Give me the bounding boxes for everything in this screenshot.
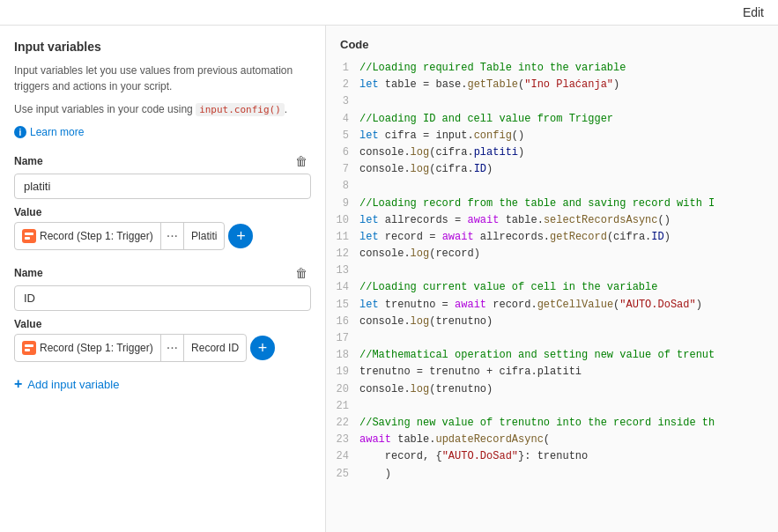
code-line: 4//Loading ID and cell value from Trigge… [326, 111, 778, 128]
svg-rect-3 [22, 341, 36, 355]
line-number: 21 [333, 398, 359, 415]
line-number: 11 [333, 229, 359, 246]
code-line: 20console.log(trenutno) [326, 381, 778, 398]
code-line: 3 [326, 93, 778, 110]
code-snippet: input.config() [196, 103, 285, 116]
value-chip-1: Record (Step 1: Trigger) ··· Platiti [14, 222, 225, 250]
name-row-1: Name 🗑 [14, 152, 311, 170]
code-line: 2let table = base.getTable("Ino Plaćanja… [326, 77, 778, 93]
left-panel: Input variables Input variables let you … [0, 26, 326, 532]
line-number: 15 [333, 297, 359, 314]
line-number: 2 [333, 77, 359, 93]
line-number: 7 [333, 161, 359, 178]
line-number: 3 [333, 93, 359, 110]
code-header: Code [326, 33, 778, 60]
line-content: console.log(cifra.platiti) [359, 144, 524, 161]
add-chip-2-button[interactable]: + [250, 336, 275, 360]
line-content: let record = await allrecords.getRecord(… [359, 229, 671, 246]
chip-main-2[interactable]: Record (Step 1: Trigger) [15, 335, 160, 361]
svg-rect-0 [22, 229, 36, 243]
code-line: 11let record = await allrecords.getRecor… [326, 229, 778, 246]
panel-title: Input variables [14, 40, 311, 54]
line-content: let trenutno = await record.getCellValue… [359, 297, 702, 314]
chip-main-text-2: Record (Step 1: Trigger) [40, 342, 153, 354]
variable-block-2: Name 🗑 Value Record (Step 1: Trigger) ·· [14, 264, 311, 362]
line-number: 5 [333, 128, 359, 144]
svg-rect-4 [25, 344, 33, 347]
code-line: 1//Loading required Table into the varia… [326, 60, 778, 77]
code-line: 17 [326, 330, 778, 347]
variable-name-1-input[interactable] [14, 174, 311, 199]
line-number: 10 [333, 212, 359, 229]
code-line: 25 ) [326, 466, 778, 483]
code-line: 10let allrecords = await table.selectRec… [326, 212, 778, 229]
svg-rect-2 [25, 237, 30, 240]
code-line: 16console.log(trenutno) [326, 314, 778, 330]
learn-more-link[interactable]: i Learn more [14, 126, 84, 138]
code-line: 23await table.updateRecordAsync( [326, 432, 778, 448]
line-content: let table = base.getTable("Ino Plaćanja"… [359, 77, 619, 93]
value-label-2: Value [14, 318, 311, 330]
svg-rect-5 [25, 349, 30, 351]
chip-dots-2[interactable]: ··· [160, 335, 183, 361]
code-line: 13 [326, 262, 778, 279]
chip-dots-1[interactable]: ··· [160, 223, 183, 249]
code-line: 24 record, {"AUTO.DoSad"}: trenutno [326, 448, 778, 465]
line-content: //Saving new value of trenutno into the … [359, 415, 715, 432]
code-line: 6console.log(cifra.platiti) [326, 144, 778, 161]
code-line: 22//Saving new value of trenutno into th… [326, 415, 778, 432]
line-number: 4 [333, 111, 359, 128]
chip-main-1[interactable]: Record (Step 1: Trigger) [15, 223, 160, 249]
line-number: 17 [333, 330, 359, 347]
chip-value-2: Record ID [183, 335, 246, 361]
svg-rect-1 [25, 233, 33, 235]
page-title: Edit [743, 5, 764, 19]
add-chip-1-button[interactable]: + [228, 224, 253, 248]
line-content: ) [359, 466, 391, 483]
line-content: let cifra = input.config() [359, 128, 524, 144]
line-number: 13 [333, 262, 359, 279]
line-number: 24 [333, 448, 359, 465]
code-line: 15let trenutno = await record.getCellVal… [326, 297, 778, 314]
right-panel: Code 1//Loading required Table into the … [326, 26, 778, 532]
variable-block-1: Name 🗑 Value Record (Step 1: Trigger) [14, 152, 311, 250]
line-content: //Loading record from the table and savi… [359, 196, 715, 212]
delete-variable-1-button[interactable]: 🗑 [292, 152, 311, 170]
line-content: console.log(record) [359, 246, 480, 262]
add-input-variable-button[interactable]: + Add input variable [14, 376, 311, 392]
line-number: 22 [333, 415, 359, 432]
line-content: //Loading current value of cell in the v… [359, 279, 657, 296]
line-number: 1 [333, 60, 359, 77]
line-number: 12 [333, 246, 359, 262]
code-area: 1//Loading required Table into the varia… [326, 60, 778, 483]
name-label-2: Name [14, 267, 43, 279]
line-content: //Mathematical operation and setting new… [359, 347, 715, 364]
value-row-1: Record (Step 1: Trigger) ··· Platiti + [14, 222, 311, 250]
add-input-variable-label: Add input variable [27, 378, 119, 391]
line-number: 18 [333, 347, 359, 364]
line-number: 19 [333, 364, 359, 381]
top-bar: Edit [0, 0, 778, 26]
code-line: 12console.log(record) [326, 246, 778, 262]
name-label-1: Name [14, 155, 43, 167]
value-label-1: Value [14, 206, 311, 218]
variable-name-2-input[interactable] [14, 285, 311, 311]
delete-variable-2-button[interactable]: 🗑 [292, 264, 311, 282]
line-content: //Loading ID and cell value from Trigger [359, 111, 613, 128]
line-content: console.log(cifra.ID) [359, 161, 493, 178]
line-number: 20 [333, 381, 359, 398]
line-content: trenutno = trenutno + cifra.platiti [359, 364, 582, 381]
description-text-1: Input variables let you use values from … [14, 63, 311, 94]
chip-main-text-1: Record (Step 1: Trigger) [40, 230, 153, 242]
airtable-icon-1 [22, 229, 36, 243]
plus-icon: + [14, 376, 22, 392]
code-line: 19trenutno = trenutno + cifra.platiti [326, 364, 778, 381]
line-content: console.log(trenutno) [359, 381, 493, 398]
line-number: 9 [333, 196, 359, 212]
name-row-2: Name 🗑 [14, 264, 311, 282]
info-icon: i [14, 126, 26, 138]
value-chip-2: Record (Step 1: Trigger) ··· Record ID [14, 334, 247, 362]
airtable-icon-2 [22, 341, 36, 355]
line-number: 6 [333, 144, 359, 161]
code-line: 14//Loading current value of cell in the… [326, 279, 778, 296]
